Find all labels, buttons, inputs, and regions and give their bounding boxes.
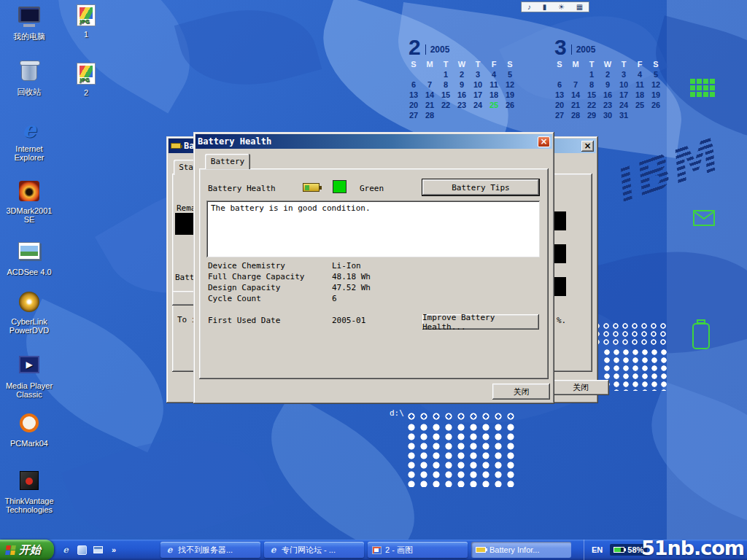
field-value: 6: [332, 294, 337, 303]
show-desktop-icon[interactable]: [92, 544, 104, 556]
title-bar[interactable]: Battery Health ×: [196, 134, 552, 149]
mail-icon: [693, 210, 715, 226]
calendar-day: 10: [470, 80, 486, 90]
calendar-day: 13: [406, 90, 422, 101]
internet-explorer-icon: e: [17, 119, 42, 142]
task-button-paint[interactable]: 2 - 画图: [368, 542, 468, 558]
close-button[interactable]: 关闭: [552, 380, 609, 395]
desktop-icon-recycle-bin[interactable]: 回收站: [1, 60, 57, 96]
calendar-day-header: T: [438, 60, 454, 70]
calendar-day: 2: [600, 70, 616, 80]
calendar-day: 5: [502, 70, 518, 80]
calendar-day: 2: [454, 70, 470, 80]
calendar-day: 18: [632, 90, 648, 101]
start-label: 开始: [19, 543, 41, 557]
battery-health-window: Battery Health × Battery Battery Health …: [193, 132, 554, 404]
calendar-day: [422, 70, 438, 80]
calendar-day: 22: [584, 101, 600, 111]
field-label: Design Capacity: [208, 283, 280, 292]
close-icon[interactable]: ×: [538, 136, 550, 147]
calendar-day: 8: [584, 80, 600, 90]
calendar-day: 17: [616, 90, 632, 101]
calendar-day-header: F: [632, 60, 648, 70]
calendar-day-header: W: [454, 60, 470, 70]
calendar-day: 1: [438, 70, 454, 80]
language-indicator[interactable]: EN: [592, 545, 603, 554]
internet-explorer-icon: e: [268, 545, 278, 555]
calendar-year: 2005: [430, 44, 450, 55]
battery-icon: [171, 143, 181, 149]
calendar-month: 2: [409, 38, 421, 57]
calendar-day-header: T: [470, 60, 486, 70]
condition-textbox[interactable]: The battery is in good condition.: [206, 201, 540, 257]
tab-battery[interactable]: Battery: [205, 154, 250, 169]
task-button-battery-information[interactable]: Battery Infor...: [471, 542, 571, 558]
calendar-day: 19: [502, 90, 518, 101]
internet-explorer-icon: e: [165, 545, 174, 555]
calendar-day: [470, 111, 486, 121]
calendar-year: 2005: [576, 44, 596, 55]
calendar-day: 29: [584, 111, 600, 121]
battery-cell: [554, 244, 566, 263]
task-label: Battery Infor...: [489, 545, 539, 554]
calendar-day: 4: [486, 70, 502, 80]
icon-label: 我的电脑: [1, 32, 57, 41]
media-player-icon[interactable]: [76, 544, 88, 556]
calendar-header: 3 2005: [551, 38, 668, 57]
calendar-day: 12: [648, 80, 664, 90]
desktop-icon-my-computer[interactable]: 我的电脑: [1, 4, 57, 41]
brightness-icon: ☀: [558, 3, 565, 11]
calendar-day: 9: [600, 80, 616, 90]
close-icon[interactable]: ×: [581, 141, 594, 152]
condition-text: The battery is in good condition.: [211, 203, 371, 213]
desktop-file-1[interactable]: JPG 1: [69, 4, 104, 39]
media-player-classic-icon: ▶: [17, 356, 42, 379]
taskbar: 开始 e » e 找不到服务器... e 专门网论坛 - ... 2 - 画图 …: [0, 540, 747, 560]
close-button[interactable]: 关闭: [492, 384, 550, 400]
battery-cell: [554, 277, 566, 296]
calendar-day: [438, 111, 454, 121]
calendar-day: 22: [438, 101, 454, 111]
calendar-day: 26: [648, 101, 664, 111]
jpg-file-icon: JPG: [77, 4, 96, 28]
desktop-icon-pcmark04[interactable]: PCMark04: [1, 411, 57, 448]
battery-icon: [614, 547, 624, 553]
calendar-day: 3: [470, 70, 486, 80]
mute-icon: ▮: [543, 3, 547, 11]
desktop-icon-internet-explorer[interactable]: e Internet Explorer: [1, 119, 57, 162]
internet-explorer-icon[interactable]: e: [60, 544, 71, 556]
start-button[interactable]: 开始: [0, 540, 54, 560]
icon-label: Media Player Classic: [1, 381, 57, 399]
desktop-icon-powerdvd[interactable]: CyberLink PowerDVD: [1, 290, 57, 335]
task-button-forum[interactable]: e 专门网论坛 - ...: [264, 542, 364, 558]
dot-pattern: [406, 412, 518, 422]
calendar-day: [551, 70, 568, 80]
desktop-file-2[interactable]: JPG 2: [69, 63, 104, 97]
calendar-day: 12: [502, 80, 518, 90]
desktop-icon-3dmark2001[interactable]: 3DMark2001 SE: [1, 179, 57, 224]
calendar-day: [632, 111, 648, 121]
improve-battery-health-button[interactable]: Improve Battery Health...: [422, 314, 539, 330]
calendar-day: [454, 111, 470, 121]
calendar-day-header: W: [600, 60, 616, 70]
calendar-day-header: S: [551, 60, 568, 70]
osd-bar: ♪ ▮ ☀ ▦: [521, 1, 589, 12]
calendar-day: 21: [422, 101, 438, 111]
chevron-more-icon[interactable]: »: [108, 544, 120, 556]
battery-tips-button[interactable]: Battery Tips: [422, 179, 539, 195]
desktop-icon-thinkvantage[interactable]: ThinkVantage Technologies: [1, 469, 57, 514]
calendar-day: 15: [438, 90, 454, 101]
desktop-icon-media-player-classic[interactable]: ▶ Media Player Classic: [1, 353, 57, 399]
file-label: 1: [69, 30, 104, 39]
calendar-day: 28: [422, 111, 438, 121]
calendar-february: 2 2005 SMTWTFS12345678910111213141516171…: [406, 38, 522, 121]
field-value: 2005-01: [332, 316, 365, 325]
calendar-day: 13: [551, 90, 568, 101]
thinkvantage-icon: [17, 471, 42, 494]
field-label: Cycle Count: [208, 294, 261, 303]
powerdvd-icon: [17, 292, 42, 315]
calendar-day: 11: [486, 80, 502, 90]
task-button-server-not-found[interactable]: e 找不到服务器...: [160, 542, 260, 558]
calendar-day: 9: [454, 80, 470, 90]
desktop-icon-acdsee[interactable]: ACDSee 4.0: [1, 239, 57, 276]
